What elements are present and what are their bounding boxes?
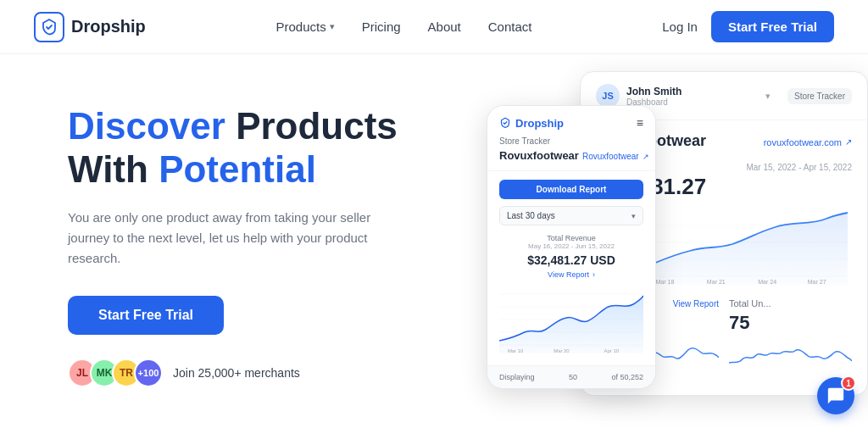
login-button[interactable]: Log In (662, 19, 698, 34)
merchants-bar: JL MK TR +100 Join 25,000+ merchants (68, 359, 458, 387)
phone-menu-icon: ≡ (637, 116, 643, 130)
nav-products[interactable]: Products ▾ (276, 19, 335, 34)
phone-filter: Last 30 days ▾ (499, 206, 643, 225)
chat-icon (826, 386, 845, 405)
phone-store-url: Rovuxfootwear (582, 152, 639, 161)
phone-sub-label: Store Tracker (499, 136, 643, 146)
logo-link[interactable]: Dropship (34, 12, 146, 42)
nav-links: Products ▾ Pricing About Contact (276, 19, 532, 34)
nav-contact[interactable]: Contact (488, 19, 532, 34)
hero-content: Discover Products With Potential You are… (68, 88, 458, 387)
svg-text:Mar 20: Mar 20 (554, 348, 570, 353)
dash-units-label: Total Un... (729, 298, 771, 308)
chat-button[interactable]: 1 (817, 377, 854, 414)
phone-mockup: Dropship ≡ Store Tracker Rovuxfootwear R… (487, 105, 656, 389)
phone-date: May 16, 2022 - Jun 15, 2022 (499, 242, 643, 250)
avatar-more: +100 (134, 359, 163, 387)
dash-user-role: Dashboard (626, 97, 759, 107)
dash-store-tab: Store Tracker (787, 88, 852, 104)
logo-icon (34, 12, 64, 42)
phone-store-name: Rovuxfootwear (499, 149, 579, 162)
navbar: Dropship Products ▾ Pricing About Contac… (0, 0, 868, 54)
phone-chart: Mar 10 Mar 20 Apr 10 (499, 286, 643, 353)
phone-brand-name: Dropship (515, 117, 564, 130)
dash-user-chevron: ▾ (765, 91, 771, 102)
phone-header: Dropship ≡ Store Tracker Rovuxfootwear R… (487, 106, 655, 171)
nav-actions: Log In Start Free Trial (662, 11, 834, 42)
nav-pricing[interactable]: Pricing (362, 19, 401, 34)
hero-subtitle: You are only one product away from takin… (68, 208, 390, 269)
avatar-group: JL MK TR +100 (68, 359, 163, 387)
svg-text:Apr 10: Apr 10 (604, 348, 620, 353)
brand-name: Dropship (71, 17, 146, 36)
phone-body: Download Report Last 30 days ▾ Total Rev… (487, 171, 655, 365)
phone-amount: $32,481.27 USD (499, 253, 643, 267)
phone-filter-text: Last 30 days (507, 211, 555, 220)
svg-text:Mar 10: Mar 10 (508, 348, 524, 353)
svg-text:Mar 21: Mar 21 (707, 279, 726, 285)
hero-title: Discover Products With Potential (68, 105, 458, 191)
mockups-area: Dropship ≡ Store Tracker Rovuxfootwear R… (453, 71, 868, 428)
dash-user-icon: JS (596, 84, 620, 108)
chat-badge: 1 (841, 375, 856, 391)
dash-date-range: Mar 15, 2022 - Apr 15, 2022 (746, 163, 852, 172)
svg-text:Mar 24: Mar 24 (758, 279, 776, 285)
merchants-text: Join 25,000+ merchants (173, 366, 300, 380)
dash-store-url: rovuxfootwear.com ↗ (764, 137, 852, 147)
hero-section: Discover Products With Potential You are… (0, 54, 868, 428)
dash-units-chart (729, 337, 852, 380)
chevron-down-icon: ▾ (330, 21, 335, 32)
nav-about[interactable]: About (428, 19, 461, 34)
dash-total-units: Total Un... 75 (729, 298, 852, 383)
phone-displaying: Displaying 50 of 50,252 (487, 365, 655, 388)
nav-trial-button[interactable]: Start Free Trial (711, 11, 834, 42)
dash-units-value: 75 (729, 312, 852, 334)
phone-view-report[interactable]: View Report › (499, 270, 643, 279)
hero-trial-button[interactable]: Start Free Trial (68, 296, 224, 335)
phone-revenue-label: Total Revenue (499, 234, 643, 242)
svg-text:Mar 27: Mar 27 (808, 279, 826, 285)
svg-text:Mar 18: Mar 18 (655, 279, 674, 285)
phone-download-button[interactable]: Download Report (499, 180, 643, 199)
dash-sales-view-report[interactable]: View Report (673, 299, 719, 308)
dash-user-name: John Smith (626, 86, 759, 97)
